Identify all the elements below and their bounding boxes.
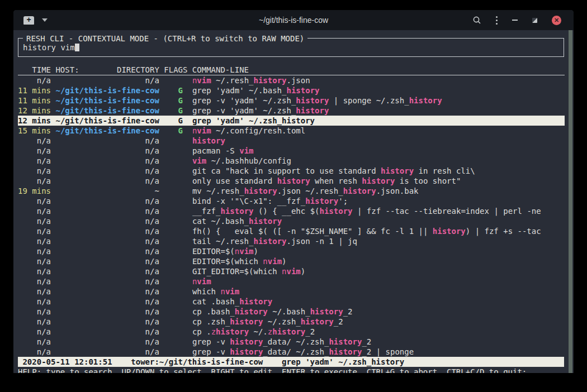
history-row[interactable]: n/a n/a cp .zhistory ~/.zhistory_2 [18, 327, 565, 337]
help-bar: HELP: type to search, UP/DOWN to select,… [18, 367, 565, 373]
status-command: grep 'yadm' ~/.zsh_history [282, 357, 404, 366]
history-row[interactable]: n/a n/a cp .zsh_history ~/.zsh_history_2 [18, 317, 565, 327]
history-row[interactable]: n/a n/a git ca "hack in support to use s… [18, 166, 565, 176]
history-row[interactable]: n/a n/a __fzf_history () { __ehc $(histo… [18, 206, 565, 216]
history-row[interactable]: n/a n/a vim ~/.bashhub/config [18, 156, 565, 166]
resh-search-box[interactable]: RESH CLI - CONTEXTUAL MODE - (CTRL+R to … [18, 38, 564, 57]
search-query: history vim [23, 43, 75, 52]
history-row[interactable]: 19 mins ~ mv ~/.resh_history.json ~/.res… [18, 186, 565, 196]
history-row[interactable]: n/a n/a grep -v history_data/ ~/.zsh_his… [18, 337, 565, 347]
text-cursor [75, 43, 79, 51]
history-row[interactable]: n/a n/a EDITOR=$(which nvim) [18, 256, 565, 266]
history-row[interactable]: 11 mins ~/git/this-is-fine-cow G grep -v… [18, 95, 565, 106]
terminal-content: RESH CLI - CONTEXTUAL MODE - (CTRL+R to … [13, 30, 574, 373]
history-row[interactable]: n/a n/a cat ~/.bash_history [18, 216, 565, 226]
history-row[interactable]: n/a n/a pacman -S vim [18, 146, 565, 156]
history-row[interactable]: n/a n/a fh() { eval $( ([ -n "$ZSH_NAME"… [18, 226, 565, 236]
close-icon[interactable]: ✕ [552, 16, 561, 25]
history-row[interactable]: n/a n/a cp .bash_history ~/.bash_history… [18, 307, 565, 317]
kebab-menu-icon[interactable] [496, 16, 498, 25]
scrollbar[interactable] [569, 30, 572, 373]
history-row[interactable]: 15 mins ~/git/this-is-fine-cow G nvim ~/… [18, 126, 565, 136]
history-row[interactable]: n/a n/a nvim [18, 276, 565, 286]
history-row[interactable]: n/a n/a bind -x '"\C-x1": __fzf_history'… [18, 196, 565, 206]
history-row[interactable]: n/a n/a tail ~/.resh_history.json -n 1 |… [18, 236, 565, 246]
history-row[interactable]: 12 mins ~/git/this-is-fine-cow G grep -v… [18, 106, 565, 116]
history-row[interactable]: n/a n/a cat .bash_history [18, 297, 565, 307]
history-row[interactable]: n/a n/a only use standard history when r… [18, 176, 565, 186]
history-row[interactable]: 11 mins ~/git/this-is-fine-cow G grep 'y… [18, 85, 565, 95]
search-box-title: RESH CLI - CONTEXTUAL MODE - (CTRL+R to … [23, 34, 307, 44]
history-row[interactable]: n/a n/a grep -v history_data/ ~/.zsh_his… [18, 347, 565, 357]
selected-entry-status-bar: 2020-05-11 12:01:51tower:~/git/this-is-f… [18, 357, 564, 367]
minimize-icon[interactable] [512, 20, 518, 21]
terminal-window: ~/git/this-is-fine-cow ✕ RESH CLI - CONT… [13, 10, 574, 373]
status-location: tower:~/git/this-is-fine-cow [131, 357, 263, 366]
table-header: TIME HOST: DIRECTORY FLAGS COMMAND-LINE [18, 65, 565, 75]
restore-icon[interactable] [532, 18, 537, 23]
titlebar: ~/git/this-is-fine-cow ✕ [13, 10, 574, 30]
history-row[interactable]: n/a n/a GIT_EDITOR=$(which nvim) [18, 266, 565, 276]
history-rows: n/a n/a nvim ~/.resh_history.json11 mins… [18, 75, 565, 357]
search-icon[interactable] [472, 16, 481, 25]
history-row[interactable]: n/a n/a EDITOR=$(nvim) [18, 246, 565, 256]
history-row[interactable]: n/a n/a history [18, 136, 565, 146]
history-row-selected[interactable]: 12 mins ~/git/this-is-fine-cow G grep 'y… [18, 116, 565, 126]
status-timestamp: 2020-05-11 12:01:51 [22, 357, 112, 366]
history-row[interactable]: n/a n/a which nvim [18, 286, 565, 297]
history-row[interactable]: n/a n/a nvim ~/.resh_history.json [18, 75, 565, 85]
